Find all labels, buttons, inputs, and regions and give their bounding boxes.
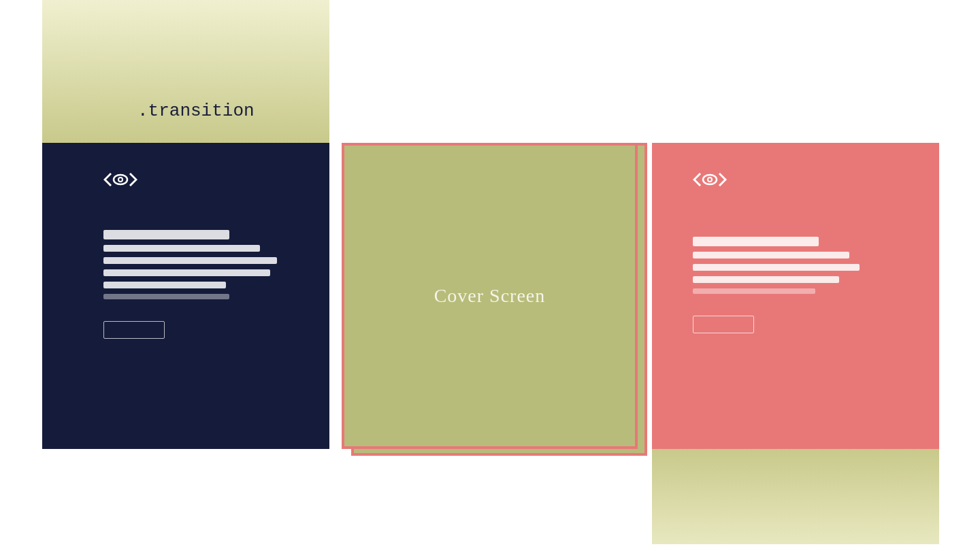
cta-button-right[interactable] xyxy=(693,316,754,333)
logo-icon-right xyxy=(693,170,727,189)
text-line-r4 xyxy=(693,276,839,283)
left-card xyxy=(42,0,329,449)
svg-point-4 xyxy=(119,178,122,181)
left-card-bottom xyxy=(42,143,329,449)
logo-icon-left xyxy=(103,170,137,189)
text-line-1 xyxy=(103,230,229,239)
text-line-r2 xyxy=(693,252,849,258)
middle-card: Cover Screen xyxy=(342,143,638,449)
transition-label: .transition xyxy=(137,101,255,121)
cover-screen-label: Cover Screen xyxy=(434,285,546,307)
right-card xyxy=(652,143,939,449)
svg-point-9 xyxy=(708,178,711,181)
scene: .transition Cover Screen xyxy=(0,0,980,551)
text-line-r3 xyxy=(693,264,860,271)
text-line-6 xyxy=(103,294,229,299)
right-card-bottom-olive xyxy=(652,449,939,544)
text-line-r1 xyxy=(693,237,819,246)
text-line-2 xyxy=(103,245,260,252)
content-lines-left xyxy=(103,230,268,299)
text-line-r5 xyxy=(693,288,815,294)
svg-marker-6 xyxy=(719,173,727,186)
svg-marker-1 xyxy=(129,173,137,186)
content-lines-right xyxy=(693,237,902,294)
left-card-top xyxy=(42,0,329,143)
svg-marker-5 xyxy=(693,173,701,186)
svg-marker-0 xyxy=(103,173,112,186)
text-line-3 xyxy=(103,257,277,264)
cta-button-left[interactable] xyxy=(103,321,165,339)
text-line-5 xyxy=(103,282,226,288)
text-line-4 xyxy=(103,269,270,276)
